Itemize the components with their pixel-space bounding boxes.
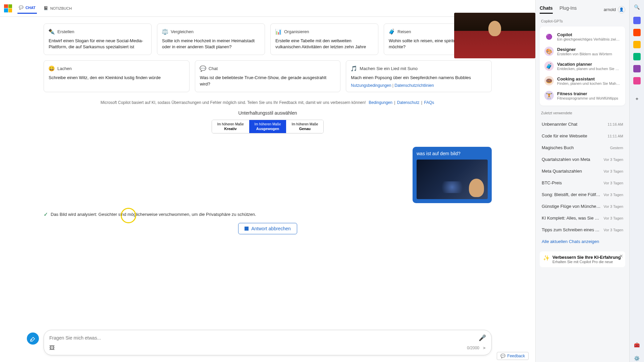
card-body: Mach einen Popsong über ein Seepferdchen…	[351, 75, 487, 81]
rail-app-icon[interactable]	[633, 17, 641, 24]
gpt-name: Copilot	[557, 32, 621, 37]
gpt-icon: 🎨	[544, 47, 554, 56]
card-title: Chat	[209, 66, 218, 71]
recent-chat-title: Magisches Buch	[542, 145, 574, 150]
suggestion-card[interactable]: 🎵 Machen Sie ein Lied mit Suno Mach eine…	[346, 60, 492, 92]
image-upload-icon[interactable]: 🖼	[49, 345, 55, 351]
tab-notebook[interactable]: 📓 NOTIZBUCH	[42, 3, 73, 13]
tools-icon[interactable]: 🧰	[633, 341, 641, 349]
terms-link[interactable]: Nutzungsbedingungen	[351, 83, 391, 88]
add-icon[interactable]: ＋	[633, 95, 641, 103]
card-body: Sollte ich meine Hochzeit in meiner Heim…	[162, 38, 260, 50]
microphone-icon[interactable]: 🎤	[479, 334, 486, 342]
composer-box: 🎤 🖼 0/2000 ➤	[44, 330, 492, 355]
style-kreativ-button[interactable]: Im höheren MaßeKreativ	[212, 120, 249, 133]
recent-chat-item[interactable]: Code für eine Webseite 11:11 AM	[540, 130, 625, 142]
card-icon: ✒️	[49, 28, 55, 35]
user-message-text: was ist auf dem bild?	[417, 151, 488, 156]
recent-chat-time: Vor 3 Tagen	[603, 193, 623, 197]
card-body: Was ist die beliebteste True-Crime-Show,…	[200, 75, 336, 87]
avatar-icon: 👤	[618, 6, 625, 13]
rail-app-icon[interactable]	[633, 65, 641, 72]
faqs-link[interactable]: FAQs	[424, 100, 434, 105]
webcam-overlay	[454, 13, 535, 58]
sidebar: Chats Plug-Ins arnold 👤 Copilot-GPTs 🟣 C…	[535, 0, 629, 362]
recent-chat-title: KI Komplett: Alles, was Sie über LLMs	[542, 216, 601, 221]
recent-chat-time: Gestern	[610, 146, 623, 150]
conversation-style-title: Unterhaltungsstil auswählen	[44, 110, 492, 116]
suggestion-card[interactable]: 📊 Organisieren Erstelle eine Tabelle mit…	[270, 23, 378, 55]
suggestion-card[interactable]: 😄 Lachen Schreibe einen Witz, den ein Kl…	[44, 60, 190, 92]
recent-chat-title: Quartalszahlen von Meta	[542, 157, 590, 162]
privacy-link[interactable]: Datenschutz	[397, 100, 420, 105]
feedback-button[interactable]: 💬 Feedback	[497, 352, 529, 360]
recent-chat-item[interactable]: KI Komplett: Alles, was Sie über LLMs Vo…	[540, 212, 625, 224]
copilot-pro-icon: ✨	[543, 255, 550, 261]
card-icon: ⚖️	[162, 28, 168, 35]
rail-app-icon[interactable]	[633, 29, 641, 36]
chat-icon: 💬	[19, 5, 23, 10]
recent-chat-time: Vor 3 Tagen	[603, 169, 623, 173]
copilot-pro-promo[interactable]: ✨ Verbessern Sie Ihre KI-Erfahrung Erhal…	[540, 251, 625, 267]
microsoft-logo-icon	[4, 4, 12, 12]
sidebar-tab-chats[interactable]: Chats	[540, 5, 553, 14]
recent-chat-item[interactable]: Tipps zum Schreiben eines Artikels üb Vo…	[540, 224, 625, 236]
recent-chat-item[interactable]: Song: Bleistift, der eine Füllfeder sein…	[540, 189, 625, 200]
recent-chat-title: Code für eine Webseite	[542, 133, 587, 138]
recent-chat-item[interactable]: Günstige Flüge von München nach Fra Vor …	[540, 200, 625, 212]
disclaimer: Microsoft Copilot basiert auf KI, sodass…	[44, 98, 492, 110]
suggestion-card[interactable]: ✒️ Erstellen Entwirf einen Slogan für ei…	[44, 23, 152, 55]
rail-app-icon[interactable]	[633, 53, 641, 60]
suggestion-card[interactable]: ⚖️ Vergleichen Sollte ich meine Hochzeit…	[157, 23, 265, 55]
recent-chat-title: Song: Bleistift, der eine Füllfeder sein…	[542, 192, 601, 197]
card-icon: 🎵	[351, 65, 357, 71]
recent-chat-item[interactable]: Magisches Buch Gestern	[540, 142, 625, 154]
gpt-desc: Finden, planen und kochen Sie Mahlzeiten	[557, 81, 621, 85]
gpt-item[interactable]: 🎨 Designer Erstellen von Bildern aus Wör…	[542, 44, 623, 59]
card-title: Organisieren	[284, 29, 309, 34]
recent-chat-item[interactable]: BTC-Preis Vor 3 Tagen	[540, 177, 625, 189]
recent-chat-item[interactable]: Unbenannter Chat 11:16 AM	[540, 118, 625, 130]
card-body: Entwirf einen Slogan für eine neue Socia…	[49, 38, 147, 50]
recent-chat-time: Vor 3 Tagen	[603, 216, 623, 220]
suggestion-card[interactable]: 💬 Chat Was ist die beliebteste True-Crim…	[195, 60, 341, 92]
search-icon[interactable]: 🔍	[633, 3, 641, 11]
gpts-section-title: Copilot-GPTs	[540, 19, 625, 23]
recent-chat-title: Unbenannter Chat	[542, 122, 577, 127]
gpt-item[interactable]: 🏋️ Fitness trainer Fitnessprogramme und …	[542, 88, 623, 103]
privacy-link[interactable]: Datenschutzrichtlinien	[394, 83, 434, 88]
recent-chat-item[interactable]: Quartalszahlen von Meta Vor 3 Tagen	[540, 154, 625, 165]
settings-icon[interactable]: ⚙️	[633, 355, 641, 362]
terms-link[interactable]: Bedingungen	[369, 100, 392, 105]
stop-icon	[245, 227, 249, 231]
tab-chat[interactable]: 💬 CHAT	[17, 3, 37, 14]
rail-app-icon[interactable]	[633, 41, 641, 48]
gpt-name: Designer	[557, 47, 612, 52]
gpt-item[interactable]: 🧳 Vacation planner Entdecken, planen und…	[542, 59, 623, 73]
recent-chat-time: Vor 3 Tagen	[603, 181, 623, 185]
conversation-style-toggle: Im höheren MaßeKreativ Im höheren MaßeAu…	[212, 120, 324, 133]
close-icon[interactable]: ✕	[619, 253, 623, 259]
sidebar-tab-plugins[interactable]: Plug-Ins	[559, 5, 577, 14]
send-icon[interactable]: ➤	[483, 346, 486, 350]
new-topic-button[interactable]	[27, 333, 39, 345]
recent-chat-time: 11:11 AM	[608, 134, 623, 138]
show-all-chats-link[interactable]: Alle aktuellen Chats anzeigen	[540, 236, 625, 247]
gpt-item[interactable]: 🍩 Cooking assistant Finden, planen und k…	[542, 73, 623, 88]
rail-app-icon[interactable]	[633, 77, 641, 84]
check-icon: ✓	[44, 211, 48, 218]
style-genau-button[interactable]: Im höheren MaßeGenau	[286, 120, 323, 133]
style-ausgewogen-button[interactable]: Im höheren MaßeAusgewogen	[249, 120, 286, 133]
stop-responding-button[interactable]: Antwort abbrechen	[238, 223, 297, 234]
recent-section-title: Zuletzt verwendete	[540, 111, 625, 115]
card-title: Erstellen	[57, 29, 74, 34]
analysis-status: ✓ Das Bild wird analysiert: Gesichter si…	[44, 211, 492, 218]
compose-input[interactable]	[49, 335, 476, 341]
gpt-name: Fitness trainer	[557, 91, 618, 96]
user-menu[interactable]: arnold 👤	[604, 6, 625, 13]
gpt-icon: 🧳	[544, 61, 554, 71]
card-title: Reisen	[397, 29, 411, 34]
gpt-icon: 🍩	[544, 76, 554, 85]
recent-chat-item[interactable]: Meta Quartalszahlen Vor 3 Tagen	[540, 165, 625, 177]
gpt-item[interactable]: 🟣 Copilot Ein gleichgewichtiges Verhältn…	[542, 29, 623, 44]
